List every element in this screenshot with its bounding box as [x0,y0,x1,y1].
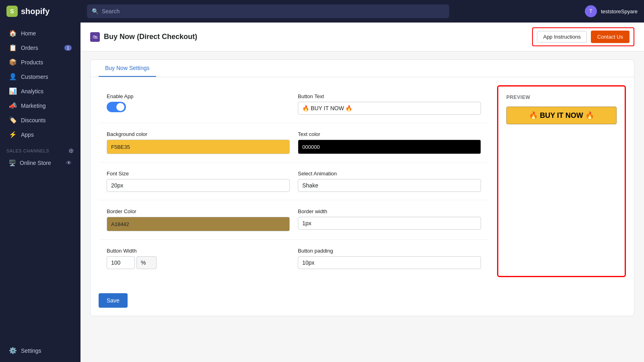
toggle-wrapper [107,102,290,112]
add-sales-channel-icon[interactable]: ⊕ [68,147,74,154]
content-area: 🛍 Buy Now (Direct Checkout) App Instruct… [80,23,644,362]
border-width-label: Border width [298,208,481,214]
sidebar-item-label: Marketing [21,103,45,109]
search-icon: 🔍 [92,8,99,14]
text-color-group: Text color 000000 [298,131,481,154]
avatar: T [585,5,597,17]
logo-text: shopify [21,7,50,16]
sidebar-item-online-store[interactable]: 🖥️ Online Store 👁 [2,156,78,169]
online-store-icon: 🖥️ [9,160,16,166]
sidebar-item-home[interactable]: 🏠 Home [2,26,78,40]
save-section: Save [91,285,634,316]
enable-app-toggle[interactable] [107,102,126,112]
sidebar-item-label: Discounts [21,117,45,123]
border-width-input[interactable] [298,217,481,230]
select-animation-input[interactable] [298,179,481,192]
sidebar-item-label: Online Store [20,160,51,166]
button-padding-group: Button padding [298,248,481,269]
font-size-label: Font Size [107,171,290,177]
page-title: Buy Now (Direct Checkout) [104,33,197,41]
font-size-group: Font Size [107,171,290,192]
text-color-input-wrapper: 000000 [298,140,481,154]
toggle-slider [107,102,126,112]
preview-button: 🔥 BUY IT NOW 🔥 [506,107,617,124]
top-navigation: S shopify 🔍 T teststoreSpyare [0,0,644,23]
main-content: Buy Now Settings Enable App [80,51,644,324]
sidebar-item-label: Products [21,59,43,66]
sidebar-item-label: Orders [21,45,38,51]
border-color-group: Border Color A18442 [107,208,290,231]
page-header: 🛍 Buy Now (Direct Checkout) App Instruct… [80,23,644,51]
background-color-group: Background color F5BE35 [107,131,290,154]
app-icon: 🛍 [90,32,100,42]
sidebar: 🏠 Home 📋 Orders 1 📦 Products 👤 Customers… [0,23,80,362]
sidebar-item-label: Analytics [21,88,43,95]
button-text-label: Button Text [298,93,481,99]
sidebar-bottom: ⚙️ Settings [0,339,80,362]
username-label: teststoreSpyare [601,8,638,14]
button-text-input[interactable] [298,102,481,115]
sidebar-item-label: Customers [21,74,48,80]
background-color-input-wrapper: F5BE35 [107,140,290,154]
sidebar-item-orders[interactable]: 📋 Orders 1 [2,41,78,55]
button-width-unit-input[interactable] [136,256,157,269]
settings-row-3: Font Size Select Animation [99,162,489,200]
sidebar-item-apps[interactable]: ⚡ Apps [2,128,78,142]
button-text-group: Button Text [298,93,481,115]
settings-row-2: Background color F5BE35 Text color [99,123,489,162]
sidebar-item-settings[interactable]: ⚙️ Settings [2,343,78,358]
sales-channels-label: SALES CHANNELS [6,148,49,153]
user-area: T teststoreSpyare [585,5,638,17]
contact-us-button[interactable]: Contact Us [591,31,630,43]
search-bar[interactable]: 🔍 [87,4,449,18]
settings-row-5: Button Width Button padding [99,240,489,277]
app-instructions-button[interactable]: App Instructions [537,31,586,43]
button-width-row [107,256,290,269]
select-animation-label: Select Animation [298,171,481,177]
settings-panel: Enable App Button Text [99,85,489,277]
button-width-group: Button Width [107,248,290,269]
border-color-swatch[interactable]: A18442 [107,217,289,231]
sidebar-item-analytics[interactable]: 📊 Analytics [2,84,78,98]
enable-app-label: Enable App [107,93,290,99]
button-padding-input[interactable] [298,256,481,269]
border-color-value: A18442 [111,221,129,227]
background-color-value: F5BE35 [111,144,130,150]
sidebar-item-customers[interactable]: 👤 Customers [2,70,78,84]
preview-label: PREVIEW [506,95,617,100]
header-actions: App Instructions Contact Us [532,27,634,46]
search-input[interactable] [102,8,444,14]
sidebar-item-products[interactable]: 📦 Products [2,55,78,69]
button-width-label: Button Width [107,248,290,254]
font-size-input[interactable] [107,179,290,192]
sales-channels-section: SALES CHANNELS ⊕ [0,142,80,156]
settings-row-1: Enable App Button Text [99,85,489,123]
home-icon: 🏠 [9,29,17,37]
sidebar-item-discounts[interactable]: 🏷️ Discounts [2,113,78,127]
background-color-label: Background color [107,131,290,137]
orders-icon: 📋 [9,44,17,51]
button-width-input[interactable] [107,256,135,269]
sidebar-item-marketing[interactable]: 📣 Marketing [2,99,78,113]
apps-icon: ⚡ [9,131,17,138]
marketing-icon: 📣 [9,102,17,109]
background-color-swatch[interactable]: F5BE35 [107,140,289,154]
discounts-icon: 🏷️ [9,116,17,124]
tabs-bar: Buy Now Settings [91,60,634,77]
text-color-swatch[interactable]: 000000 [298,140,481,154]
orders-badge: 1 [64,45,72,51]
tab-buy-now-settings[interactable]: Buy Now Settings [99,60,156,77]
button-padding-label: Button padding [298,248,481,254]
sidebar-item-label: Home [21,30,36,37]
analytics-icon: 📊 [9,87,17,95]
border-color-input-wrapper: A18442 [107,217,290,231]
sidebar-item-label: Apps [21,132,34,138]
shopify-logo-icon: S [6,6,18,17]
enable-app-group: Enable App [107,93,290,115]
save-button[interactable]: Save [99,293,128,308]
main-card: Buy Now Settings Enable App [90,60,634,316]
settings-preview-layout: Enable App Button Text [91,77,634,285]
select-animation-group: Select Animation [298,171,481,192]
page-title-row: 🛍 Buy Now (Direct Checkout) [90,32,197,42]
settings-icon: ⚙️ [9,347,17,354]
